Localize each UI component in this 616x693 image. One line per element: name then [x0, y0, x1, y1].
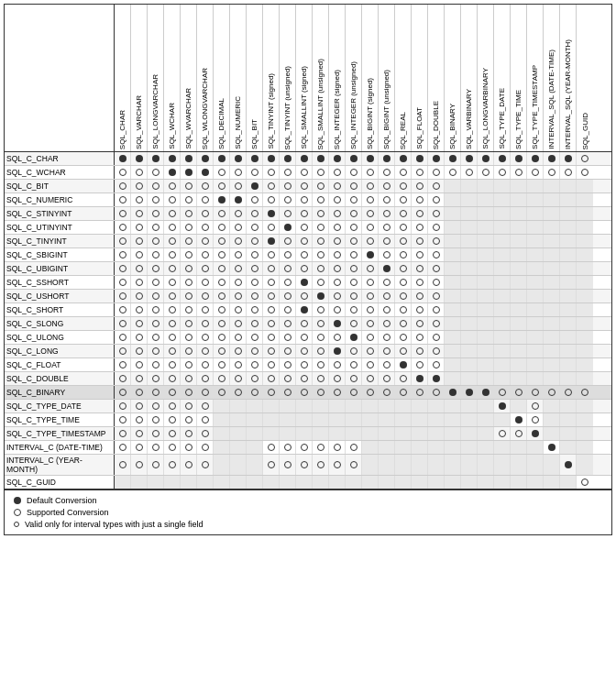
- cell-20-5: [197, 427, 214, 440]
- cell-18-0: [115, 400, 131, 412]
- dot-open: [268, 347, 275, 355]
- cell-22-3: [164, 455, 181, 475]
- cell-9-0: [115, 276, 131, 289]
- cell-23-16: [379, 476, 395, 489]
- cell-18-9: [263, 400, 280, 412]
- dot-open: [152, 265, 160, 272]
- dot-open: [301, 334, 308, 341]
- cell-21-28: [577, 441, 593, 454]
- cell-8-25: [527, 262, 544, 275]
- cell-5-15: [362, 221, 379, 234]
- cell-21-0: [115, 441, 131, 454]
- cell-0-1: [131, 152, 148, 165]
- cell-12-11: [296, 317, 313, 330]
- dot-filled: [301, 306, 308, 314]
- cell-23-21: [461, 476, 478, 489]
- cell-22-21: [461, 455, 478, 475]
- cell-0-26: [544, 152, 560, 165]
- row-cells-3: [115, 193, 611, 206]
- cell-20-22: [478, 427, 494, 440]
- dot-filled: [119, 155, 126, 162]
- dot-open: [350, 444, 358, 451]
- dot-open: [235, 279, 242, 286]
- dot-open: [317, 265, 324, 272]
- dot-open: [202, 224, 209, 231]
- cell-22-4: [181, 455, 197, 475]
- cell-7-11: [296, 248, 313, 261]
- dot-open: [565, 389, 572, 396]
- dot-open: [202, 389, 209, 396]
- cell-2-28: [577, 180, 593, 192]
- cell-21-2: [148, 441, 164, 454]
- cell-9-28: [577, 276, 593, 289]
- cell-1-15: [362, 166, 379, 179]
- cell-0-5: [197, 152, 214, 165]
- row-cells-0: [115, 152, 611, 165]
- cell-12-9: [263, 317, 280, 330]
- cell-2-10: [280, 180, 296, 192]
- cell-14-23: [494, 345, 511, 358]
- cell-8-7: [230, 262, 247, 275]
- dot-open: [367, 389, 374, 396]
- dot-open: [350, 251, 358, 258]
- cell-16-10: [280, 372, 296, 385]
- dot-open: [119, 347, 126, 355]
- dot-open: [301, 461, 308, 468]
- cell-19-11: [296, 413, 313, 426]
- cell-20-23: [494, 427, 511, 440]
- cell-20-2: [148, 427, 164, 440]
- cell-3-4: [181, 193, 197, 206]
- cell-9-8: [247, 276, 263, 289]
- cell-2-26: [544, 180, 560, 192]
- cell-2-24: [511, 180, 527, 192]
- cell-18-18: [412, 400, 428, 412]
- dot-open: [136, 402, 143, 410]
- col-header-label-5: SQL_WLONGVARCHAR: [201, 68, 209, 149]
- cell-10-7: [230, 290, 247, 302]
- row-cells-11: [115, 303, 611, 316]
- cell-16-17: [395, 372, 412, 385]
- cell-15-20: [445, 358, 461, 371]
- table-row-23: SQL_C_GUID: [5, 476, 611, 489]
- cell-12-6: [214, 317, 230, 330]
- cell-15-7: [230, 358, 247, 371]
- cell-1-7: [230, 166, 247, 179]
- col-header-label-0: SQL_CHAR: [118, 110, 126, 149]
- dot-open: [433, 182, 440, 190]
- cell-14-0: [115, 345, 131, 358]
- cell-0-16: [379, 152, 395, 165]
- cell-19-7: [230, 413, 247, 426]
- cell-7-9: [263, 248, 280, 261]
- cell-4-26: [544, 207, 560, 220]
- col-header-24: SQL_TYPE_TIME: [511, 5, 527, 151]
- dot-open: [185, 375, 192, 382]
- dot-open: [367, 182, 374, 190]
- dot-open: [400, 347, 407, 355]
- cell-20-24: [511, 427, 527, 440]
- cell-18-16: [379, 400, 395, 412]
- cell-0-3: [164, 152, 181, 165]
- cell-22-2: [148, 455, 164, 475]
- cell-10-22: [478, 290, 494, 302]
- cell-8-9: [263, 262, 280, 275]
- dot-open: [119, 320, 126, 327]
- cell-14-1: [131, 345, 148, 358]
- cell-23-0: [115, 476, 131, 489]
- cell-7-3: [164, 248, 181, 261]
- cell-8-0: [115, 262, 131, 275]
- dot-open: [235, 334, 242, 341]
- cell-11-6: [214, 303, 230, 316]
- cell-0-10: [280, 152, 296, 165]
- dot-open: [268, 169, 275, 176]
- cell-3-26: [544, 193, 560, 206]
- cell-18-8: [247, 400, 263, 412]
- cell-3-2: [148, 193, 164, 206]
- dot-open: [251, 306, 258, 314]
- col-header-label-23: SQL_TYPE_DATE: [498, 88, 506, 149]
- dot-open: [185, 196, 192, 204]
- cell-4-28: [577, 207, 593, 220]
- dot-open: [268, 251, 275, 258]
- dot-filled: [301, 279, 308, 286]
- cell-18-6: [214, 400, 230, 412]
- cell-11-13: [329, 303, 346, 316]
